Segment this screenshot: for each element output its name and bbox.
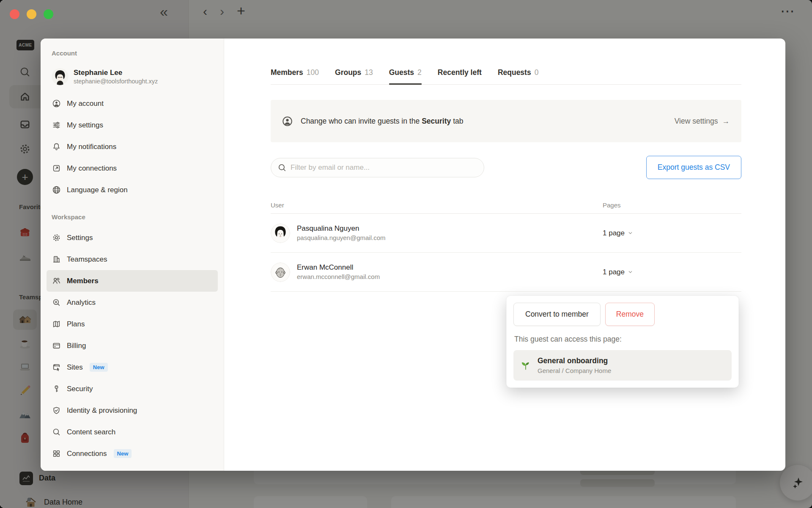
sidebar-item-label: Security [67, 385, 93, 393]
sidebar-item-label: Sites [67, 363, 83, 372]
tab-count: 0 [535, 68, 539, 77]
filter-field-wrap [271, 158, 484, 177]
bell-icon [52, 142, 61, 151]
guest-name-block: Erwan McConnell erwan.mcconnell@gmail.co… [297, 263, 380, 281]
pages-count-label: 1 page [603, 268, 625, 276]
tab-groups[interactable]: Groups 13 [335, 68, 373, 84]
convert-to-member-button[interactable]: Convert to member [513, 303, 601, 326]
settings-modal: Account Stephanie Lee stephanie@to [41, 39, 785, 471]
guest-email: erwan.mcconnell@gmail.com [297, 273, 380, 281]
sidebar-item-label: Language & region [67, 186, 128, 194]
person-circle-icon [52, 99, 61, 108]
sidebar-item-label: My connections [67, 164, 117, 173]
account-user-row[interactable]: Stephanie Lee stephanie@toolsforthought.… [47, 65, 218, 88]
search-icon [277, 163, 287, 172]
sidebar-item-label: Analytics [67, 298, 96, 307]
key-icon [52, 384, 61, 393]
account-user-email: stephanie@toolsforthought.xyz [74, 77, 158, 86]
sidebar-item-label: Settings [67, 234, 93, 242]
accessible-page-item[interactable]: General onboarding General / Company Hom… [513, 350, 732, 381]
sidebar-item-label: Plans [67, 320, 85, 329]
app-window: « ‹ › + ⋯ ACME + Favorites Teamspaces [0, 0, 812, 508]
members-settings-panel: Members 100 Groups 13 Guests 2 Recently … [224, 39, 785, 471]
search-icon [52, 428, 61, 436]
banner-text: Change who can invite guests in the Secu… [301, 117, 464, 126]
sidebar-item-analytics[interactable]: Analytics [47, 292, 218, 313]
magnifier-plus-icon [52, 298, 61, 307]
tab-requests[interactable]: Requests 0 [498, 68, 539, 84]
sidebar-item-teamspaces[interactable]: Teamspaces [47, 248, 218, 270]
filter-guests-input[interactable] [271, 158, 484, 177]
sidebar-item-label: Connections [67, 450, 107, 458]
chevron-down-icon [628, 230, 633, 236]
members-tabs: Members 100 Groups 13 Guests 2 Recently … [271, 68, 741, 85]
accessible-page-text: General onboarding General / Company Hom… [538, 356, 611, 375]
person-circle-icon [282, 116, 293, 127]
table-row[interactable]: Erwan McConnell erwan.mcconnell@gmail.co… [271, 253, 741, 292]
sidebar-item-my-notifications[interactable]: My notifications [47, 136, 218, 157]
sidebar-item-language-region[interactable]: Language & region [47, 179, 218, 201]
popover-caption: This guest can access this page: [514, 335, 731, 344]
sidebar-item-content-search[interactable]: Content search [47, 421, 218, 443]
guest-name-block: Pasqualina Nguyen pasqualina.nguyen@gmai… [297, 224, 386, 242]
sidebar-item-connections[interactable]: Connections New [47, 443, 218, 464]
sidebar-item-plans[interactable]: Plans [47, 313, 218, 335]
avatar [271, 224, 290, 243]
guest-invite-banner: Change who can invite guests in the Secu… [271, 100, 741, 142]
gear-icon [52, 233, 61, 242]
zoom-window-button[interactable] [44, 9, 53, 19]
workspace-menu: Settings Teamspaces Members Analytics Pl… [47, 227, 218, 464]
sidebar-item-identity-provisioning[interactable]: Identity & provisioning [47, 400, 218, 421]
sidebar-item-billing[interactable]: Billing [47, 335, 218, 356]
sidebar-item-label: Content search [67, 428, 115, 436]
sidebar-item-my-connections[interactable]: My connections [47, 157, 218, 179]
account-user-text: Stephanie Lee stephanie@toolsforthought.… [74, 68, 158, 86]
export-guests-csv-button[interactable]: Export guests as CSV [646, 156, 741, 179]
guests-toolbar: Export guests as CSV [271, 156, 741, 179]
sidebar-item-label: Billing [67, 342, 86, 350]
avatar [52, 68, 69, 85]
sidebar-item-settings[interactable]: Settings [47, 227, 218, 248]
sidebar-item-members[interactable]: Members [47, 270, 218, 292]
settings-sidebar: Account Stephanie Lee stephanie@to [41, 39, 224, 471]
arrow-right-icon: → [722, 117, 730, 126]
account-menu: My account My settings My notifications … [47, 93, 218, 201]
new-badge: New [114, 449, 132, 458]
tab-count: 2 [417, 68, 422, 77]
sidebar-item-label: My settings [67, 121, 103, 130]
tab-label: Guests [389, 68, 414, 77]
column-pages: Pages [603, 202, 741, 209]
sidebar-item-security[interactable]: Security [47, 378, 218, 400]
view-settings-label: View settings [675, 117, 718, 126]
guest-name: Pasqualina Nguyen [297, 224, 386, 234]
remove-guest-button[interactable]: Remove [605, 303, 655, 326]
view-settings-link[interactable]: View settings → [675, 117, 730, 126]
table-row[interactable]: Pasqualina Nguyen pasqualina.nguyen@gmai… [271, 214, 741, 253]
browser-cursor-icon [52, 363, 61, 372]
tab-guests[interactable]: Guests 2 [389, 68, 422, 84]
sidebar-item-label: Identity & provisioning [67, 406, 137, 415]
new-badge: New [90, 363, 108, 372]
workspace-section-label: Workspace [47, 213, 218, 223]
guest-pages-dropdown[interactable]: 1 page [603, 268, 741, 276]
tab-members[interactable]: Members 100 [271, 68, 319, 84]
sidebar-item-label: Members [67, 277, 99, 285]
sidebar-item-my-settings[interactable]: My settings [47, 114, 218, 136]
building-icon [52, 255, 61, 264]
pages-count-label: 1 page [603, 229, 625, 237]
sidebar-item-sites[interactable]: Sites New [47, 356, 218, 378]
minimize-window-button[interactable] [27, 9, 36, 19]
arrow-up-right-box-icon [52, 164, 61, 173]
accessible-page-title: General onboarding [538, 356, 611, 366]
guests-table-header: User Pages [271, 197, 741, 214]
tab-recently-left[interactable]: Recently left [438, 68, 482, 84]
banner-text-before: Change who can invite guests in the [301, 117, 420, 126]
sidebar-item-my-account[interactable]: My account [47, 93, 218, 114]
popover-buttons: Convert to member Remove [513, 303, 732, 326]
shield-check-icon [52, 406, 61, 415]
credit-card-icon [52, 341, 61, 350]
column-user: User [271, 202, 603, 209]
tab-label: Members [271, 68, 303, 77]
guest-pages-dropdown[interactable]: 1 page [603, 229, 741, 237]
close-window-button[interactable] [10, 9, 19, 19]
